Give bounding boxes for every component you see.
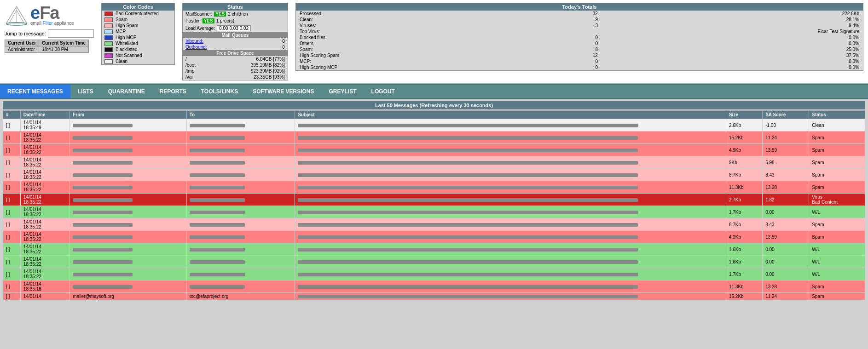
cell--[interactable]: [ ] (3, 132, 21, 144)
cell-date-time: 14/01/14 18:35:22 (20, 181, 69, 194)
cell--[interactable]: [ ] (3, 194, 21, 206)
color-swatch (104, 11, 113, 16)
cell--[interactable]: [ ] (3, 268, 21, 280)
nav-item-software-versions[interactable]: SOFTWARE VERSIONS (245, 85, 321, 98)
blurred-content (298, 273, 638, 276)
checkbox[interactable]: [ ] (6, 222, 10, 227)
nav-item-lists[interactable]: LISTS (70, 85, 101, 98)
cell--[interactable]: [ ] (3, 156, 21, 169)
checkbox[interactable]: [ ] (6, 294, 10, 299)
col-header-size: Size (726, 111, 762, 119)
checkbox[interactable]: [ ] (6, 272, 10, 277)
checkbox[interactable]: [ ] (6, 247, 10, 252)
inbound-label[interactable]: Inbound: (185, 39, 203, 44)
checkbox[interactable]: [ ] (6, 235, 10, 240)
totals-val2: 0.0% (822, 65, 859, 70)
cell--[interactable]: [ ] (3, 181, 21, 194)
col-header-from: From (70, 111, 186, 119)
logo-icon (5, 3, 29, 27)
nav-item-recent-messages[interactable]: RECENT MESSAGES (0, 85, 70, 98)
color-swatch (104, 41, 113, 46)
outbound-label[interactable]: Outbound: (185, 45, 207, 50)
nav-item-greylist[interactable]: GREYLIST (322, 85, 364, 98)
checkbox[interactable]: [ ] (6, 185, 10, 190)
blurred-content (190, 235, 245, 239)
cell-subject (295, 132, 726, 144)
color-code-row: Blacklisted (102, 46, 174, 52)
cell--[interactable]: [ ] (3, 206, 21, 218)
nav-item-tools/links[interactable]: TOOLS/LINKS (194, 85, 245, 98)
cell-date-time: 14/01/14 18:35:22 (20, 243, 69, 256)
cell-sa-score: 0.00 (763, 268, 809, 280)
checkbox[interactable]: [ ] (6, 197, 10, 202)
cell-from (70, 169, 186, 181)
checkbox[interactable]: [ ] (6, 123, 10, 128)
checkbox[interactable]: [ ] (6, 135, 10, 140)
totals-label: Clean: (300, 17, 359, 22)
cell--[interactable]: [ ] (3, 119, 21, 132)
drive-path: /var (185, 74, 193, 80)
checkbox[interactable]: [ ] (6, 210, 10, 215)
mailscanner-detail: 2 children (228, 11, 248, 17)
cell--[interactable]: [ ] (3, 293, 21, 300)
blurred-content (190, 161, 245, 165)
cell--[interactable]: [ ] (3, 256, 21, 268)
cell-sa-score: 13.28 (763, 181, 809, 194)
cell-date-time: 14/01/14 18:35:49 (20, 119, 69, 132)
totals-val2: Eicar-Test-Signature (817, 29, 859, 34)
drive-row: /tmp923.39MB [92%] (183, 68, 288, 74)
blurred-content (190, 273, 245, 276)
cell-subject (295, 243, 726, 256)
cell--[interactable]: [ ] (3, 280, 21, 293)
checkbox[interactable]: [ ] (6, 172, 10, 177)
checkbox[interactable]: [ ] (6, 284, 10, 289)
color-code-row: MCP (102, 29, 174, 34)
cell-subject (295, 119, 726, 132)
cell-sa-score: 13.28 (763, 280, 809, 293)
table-row: [ ]14/01/14 18:35:221.6Kb0.00W/L (3, 256, 865, 268)
cell-size: 8.7Kb (726, 169, 762, 181)
blurred-content (298, 186, 638, 189)
cell--[interactable]: [ ] (3, 144, 21, 156)
cell-from (70, 206, 186, 218)
cell--[interactable]: [ ] (3, 218, 21, 231)
jump-to-input[interactable] (48, 29, 94, 38)
blurred-content (73, 273, 133, 276)
cell-size: 8.7Kb (726, 218, 762, 231)
cell-size: 1.7Kb (726, 268, 762, 280)
checkbox[interactable]: [ ] (6, 259, 10, 264)
drive-path: / (185, 57, 187, 62)
cell-from (70, 194, 186, 206)
blurred-content (298, 149, 638, 152)
drive-row: /boot395.19MB [82%] (183, 62, 288, 68)
cell-from: mailer@maysoft.org (70, 293, 186, 300)
cell-to (186, 156, 295, 169)
cell--[interactable]: [ ] (3, 231, 21, 243)
totals-val2: 0.0% (822, 35, 859, 40)
nav-item-logout[interactable]: LOGOUT (364, 85, 402, 98)
blurred-content (190, 248, 245, 252)
cell-sa-score: 13.59 (763, 144, 809, 156)
color-code-row: Bad Content/Infected (102, 11, 174, 17)
totals-label: Processed: (300, 11, 359, 16)
checkbox[interactable]: [ ] (6, 160, 10, 165)
cell-sa-score: 8.43 (763, 169, 809, 181)
cell-subject (295, 194, 726, 206)
totals-val2: 222.8Kb (822, 11, 859, 16)
blurred-content (73, 260, 133, 264)
nav-item-quarantine[interactable]: QUARANTINE (101, 85, 152, 98)
cell-subject (295, 293, 726, 300)
cell--[interactable]: [ ] (3, 243, 21, 256)
totals-label: High Scoring MCP: (300, 65, 359, 70)
cell-size: 11.3Kb (726, 280, 762, 293)
logo-text: eFa (30, 4, 74, 22)
cell-date-time: 14/01/14 18:35:22 (20, 156, 69, 169)
nav-item-reports[interactable]: REPORTS (152, 85, 194, 98)
checkbox[interactable]: [ ] (6, 148, 10, 153)
cell--[interactable]: [ ] (3, 169, 21, 181)
blurred-content (298, 235, 638, 239)
col-header-sa-score: SA Score (763, 111, 809, 119)
cell-to (186, 132, 295, 144)
user-time-table: Current User Current Sytem Time Administ… (5, 40, 89, 53)
cell-sa-score: 13.59 (763, 231, 809, 243)
